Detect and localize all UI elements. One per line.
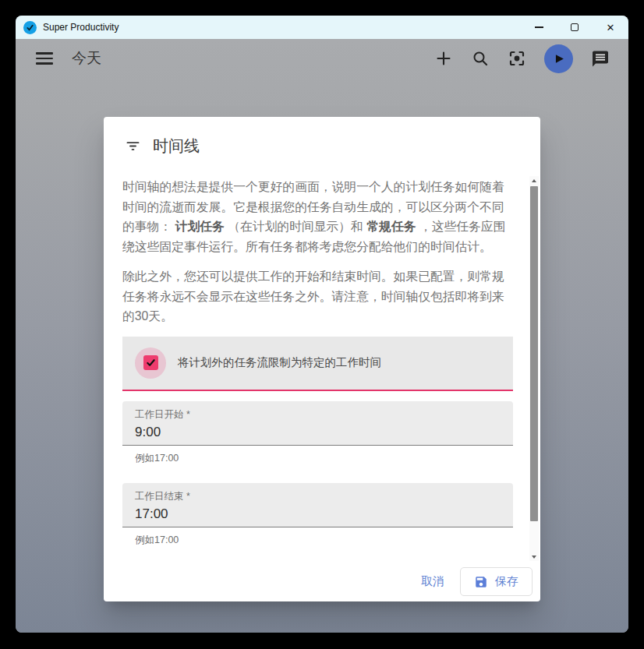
workday-end-field[interactable]: 工作日结束 * 17:00 — [122, 483, 513, 527]
work-hours-checkbox-label: 将计划外的任务流限制为特定的工作时间 — [178, 355, 381, 370]
screen: Super Productivity ✕ 今天 — [0, 0, 644, 649]
close-button[interactable]: ✕ — [593, 16, 628, 39]
scrollbar-thumb[interactable] — [530, 186, 538, 521]
toolbar-actions — [434, 44, 610, 73]
menu-icon[interactable] — [34, 49, 55, 68]
workday-start-value: 9:00 — [135, 425, 501, 440]
dialog-body: 时间轴的想法是提供一个更好的画面，说明一个人的计划任务如何随着时间的流逝而发展。… — [104, 157, 540, 547]
focus-mode-button[interactable] — [508, 49, 526, 68]
feedback-comment-icon — [591, 49, 610, 69]
filter-list-icon — [125, 138, 141, 154]
window-title: Super Productivity — [43, 22, 119, 33]
intro-paragraph-1: 时间轴的想法是提供一个更好的画面，说明一个人的计划任务如何随着时间的流逝而发展。… — [122, 177, 513, 256]
play-icon — [552, 52, 565, 65]
close-icon: ✕ — [607, 23, 615, 33]
workday-start-field[interactable]: 工作日开始 * 9:00 — [122, 401, 513, 446]
cancel-button[interactable]: 取消 — [410, 568, 455, 595]
page-title: 今天 — [72, 48, 101, 69]
timeline-settings-dialog: 时间线 时间轴的想法是提供一个更好的画面，说明一个人的计划任务如何随着时间的流逝… — [104, 117, 540, 601]
minimize-icon — [535, 26, 543, 27]
search-icon — [471, 49, 490, 68]
window-controls: ✕ — [521, 16, 628, 39]
play-button[interactable] — [544, 44, 573, 73]
dialog-actions: 取消 保存 — [410, 567, 533, 596]
maximize-button[interactable] — [557, 16, 593, 39]
save-button-label: 保存 — [495, 574, 518, 589]
app-logo-icon — [23, 21, 37, 34]
workday-end-hint: 例如17:00 — [135, 534, 513, 547]
work-hours-checkbox[interactable] — [135, 347, 166, 379]
dialog-header: 时间线 — [104, 117, 540, 157]
planned-tasks-term: 计划任务 — [175, 220, 225, 233]
maximize-icon — [571, 23, 579, 31]
app-window: Super Productivity ✕ 今天 — [16, 16, 628, 633]
workday-start-hint: 例如17:00 — [135, 452, 513, 465]
add-task-button[interactable] — [434, 49, 453, 68]
app-content-dimmed: 今天 — [16, 39, 628, 633]
workday-start-label: 工作日开始 * — [135, 408, 501, 421]
feedback-button[interactable] — [591, 49, 610, 68]
search-button[interactable] — [471, 49, 490, 68]
scrollbar-up-arrow[interactable] — [529, 176, 539, 185]
save-floppy-icon — [474, 575, 488, 589]
focus-mode-icon — [508, 49, 526, 68]
work-hours-toggle-section: 将计划外的任务流限制为特定的工作时间 — [122, 337, 513, 391]
titlebar: Super Productivity ✕ — [16, 16, 628, 39]
save-button[interactable]: 保存 — [460, 567, 533, 596]
dialog-scrollbar[interactable] — [529, 176, 539, 561]
workday-end-label: 工作日结束 * — [135, 490, 501, 503]
scrollbar-down-arrow[interactable] — [529, 552, 539, 561]
dialog-title: 时间线 — [153, 136, 200, 157]
workday-end-value: 17:00 — [135, 506, 501, 522]
intro-paragraph-2: 除此之外，您还可以提供工作的开始和结束时间。如果已配置，则常规任务将永远不会显示… — [122, 266, 513, 326]
add-icon — [434, 49, 453, 68]
regular-tasks-term: 常规任务 — [366, 220, 416, 233]
checkbox-checked-icon — [143, 355, 158, 370]
main-toolbar: 今天 — [16, 39, 628, 78]
minimize-button[interactable] — [521, 16, 557, 39]
